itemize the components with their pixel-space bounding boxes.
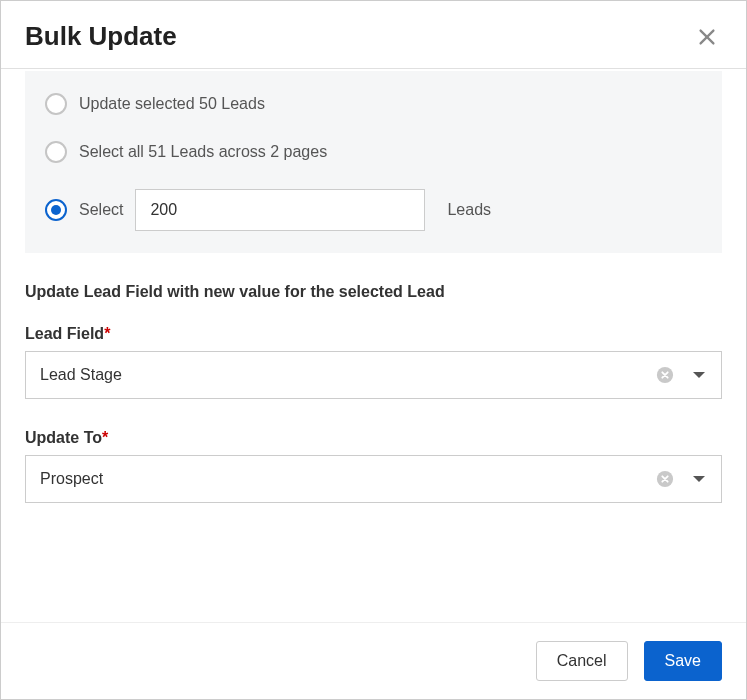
update-to-chevron[interactable] xyxy=(692,470,706,488)
radio-select-all-pages[interactable] xyxy=(45,141,67,163)
radio-row-all-pages: Select all 51 Leads across 2 pages xyxy=(45,141,702,163)
save-button[interactable]: Save xyxy=(644,641,722,681)
lead-field-select-wrap: Lead Stage xyxy=(25,351,722,399)
update-to-select-wrap: Prospect xyxy=(25,455,722,503)
lead-field-chevron[interactable] xyxy=(692,366,706,384)
modal-header: Bulk Update xyxy=(1,1,746,69)
required-asterisk: * xyxy=(102,429,108,446)
close-icon xyxy=(696,26,718,48)
radio-label-custom-prefix: Select xyxy=(79,201,123,219)
radio-row-selected-leads: Update selected 50 Leads xyxy=(45,93,702,115)
radio-label-selected: Update selected 50 Leads xyxy=(79,95,265,113)
radio-label-all-pages: Select all 51 Leads across 2 pages xyxy=(79,143,327,161)
required-asterisk: * xyxy=(104,325,110,342)
close-button[interactable] xyxy=(692,22,722,52)
lead-field-label-text: Lead Field xyxy=(25,325,104,342)
lead-field-select[interactable]: Lead Stage xyxy=(25,351,722,399)
update-to-label-text: Update To xyxy=(25,429,102,446)
clear-icon xyxy=(656,366,674,384)
chevron-down-icon xyxy=(692,370,706,380)
instruction-text: Update Lead Field with new value for the… xyxy=(25,283,722,301)
radio-row-custom-count: Select Leads xyxy=(45,189,702,231)
modal-body[interactable]: Update selected 50 Leads Select all 51 L… xyxy=(1,69,746,589)
lead-field-clear[interactable] xyxy=(656,366,674,384)
lead-count-input[interactable] xyxy=(135,189,425,231)
update-to-clear[interactable] xyxy=(656,470,674,488)
radio-select-custom[interactable] xyxy=(45,199,67,221)
lead-field-label: Lead Field* xyxy=(25,325,722,343)
radio-label-custom-suffix: Leads xyxy=(447,201,491,219)
update-to-label: Update To* xyxy=(25,429,722,447)
clear-icon xyxy=(656,470,674,488)
modal-footer: Cancel Save xyxy=(1,622,746,699)
modal-title: Bulk Update xyxy=(25,21,177,52)
radio-update-selected[interactable] xyxy=(45,93,67,115)
selection-panel: Update selected 50 Leads Select all 51 L… xyxy=(25,71,722,253)
chevron-down-icon xyxy=(692,474,706,484)
update-to-select[interactable]: Prospect xyxy=(25,455,722,503)
cancel-button[interactable]: Cancel xyxy=(536,641,628,681)
